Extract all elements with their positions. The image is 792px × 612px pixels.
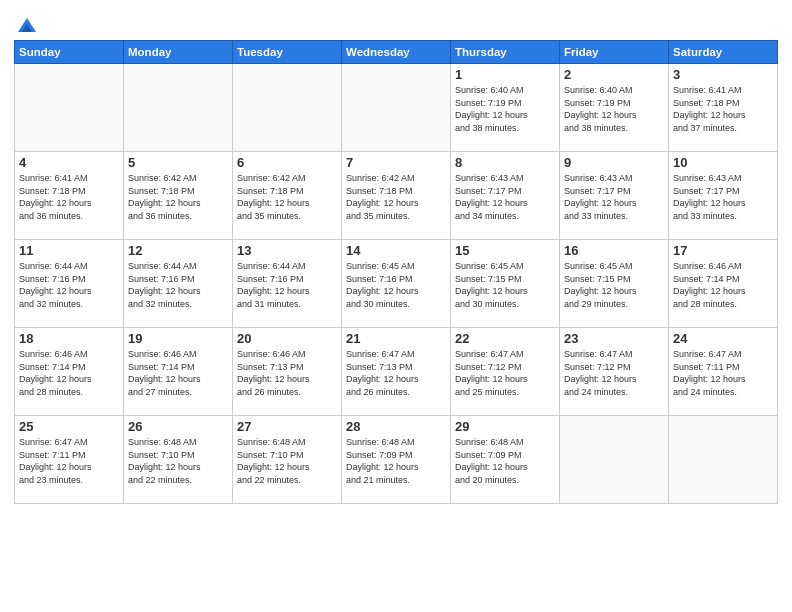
calendar-cell: 2Sunrise: 6:40 AM Sunset: 7:19 PM Daylig… [560, 64, 669, 152]
calendar-cell: 14Sunrise: 6:45 AM Sunset: 7:16 PM Dayli… [342, 240, 451, 328]
logo-icon [16, 14, 38, 36]
calendar-cell [15, 64, 124, 152]
day-info: Sunrise: 6:47 AM Sunset: 7:13 PM Dayligh… [346, 348, 446, 398]
day-info: Sunrise: 6:43 AM Sunset: 7:17 PM Dayligh… [455, 172, 555, 222]
header-monday: Monday [124, 41, 233, 64]
day-number: 19 [128, 331, 228, 346]
day-number: 27 [237, 419, 337, 434]
day-number: 11 [19, 243, 119, 258]
day-info: Sunrise: 6:42 AM Sunset: 7:18 PM Dayligh… [346, 172, 446, 222]
calendar-cell: 7Sunrise: 6:42 AM Sunset: 7:18 PM Daylig… [342, 152, 451, 240]
day-info: Sunrise: 6:46 AM Sunset: 7:13 PM Dayligh… [237, 348, 337, 398]
day-number: 1 [455, 67, 555, 82]
day-info: Sunrise: 6:48 AM Sunset: 7:09 PM Dayligh… [455, 436, 555, 486]
day-number: 9 [564, 155, 664, 170]
logo [14, 14, 38, 36]
calendar-cell: 15Sunrise: 6:45 AM Sunset: 7:15 PM Dayli… [451, 240, 560, 328]
day-info: Sunrise: 6:42 AM Sunset: 7:18 PM Dayligh… [237, 172, 337, 222]
day-number: 6 [237, 155, 337, 170]
header-wednesday: Wednesday [342, 41, 451, 64]
day-number: 18 [19, 331, 119, 346]
calendar-cell [560, 416, 669, 504]
day-info: Sunrise: 6:47 AM Sunset: 7:12 PM Dayligh… [564, 348, 664, 398]
week-row-2: 11Sunrise: 6:44 AM Sunset: 7:16 PM Dayli… [15, 240, 778, 328]
calendar-cell: 10Sunrise: 6:43 AM Sunset: 7:17 PM Dayli… [669, 152, 778, 240]
header-tuesday: Tuesday [233, 41, 342, 64]
calendar-cell [124, 64, 233, 152]
calendar-cell: 28Sunrise: 6:48 AM Sunset: 7:09 PM Dayli… [342, 416, 451, 504]
calendar-cell: 8Sunrise: 6:43 AM Sunset: 7:17 PM Daylig… [451, 152, 560, 240]
calendar: SundayMondayTuesdayWednesdayThursdayFrid… [14, 40, 778, 504]
day-info: Sunrise: 6:44 AM Sunset: 7:16 PM Dayligh… [19, 260, 119, 310]
calendar-cell: 9Sunrise: 6:43 AM Sunset: 7:17 PM Daylig… [560, 152, 669, 240]
calendar-cell [233, 64, 342, 152]
calendar-cell: 12Sunrise: 6:44 AM Sunset: 7:16 PM Dayli… [124, 240, 233, 328]
day-info: Sunrise: 6:47 AM Sunset: 7:11 PM Dayligh… [19, 436, 119, 486]
day-number: 23 [564, 331, 664, 346]
week-row-4: 25Sunrise: 6:47 AM Sunset: 7:11 PM Dayli… [15, 416, 778, 504]
week-row-0: 1Sunrise: 6:40 AM Sunset: 7:19 PM Daylig… [15, 64, 778, 152]
calendar-cell: 29Sunrise: 6:48 AM Sunset: 7:09 PM Dayli… [451, 416, 560, 504]
day-number: 7 [346, 155, 446, 170]
calendar-cell: 11Sunrise: 6:44 AM Sunset: 7:16 PM Dayli… [15, 240, 124, 328]
day-info: Sunrise: 6:40 AM Sunset: 7:19 PM Dayligh… [455, 84, 555, 134]
calendar-cell [669, 416, 778, 504]
week-row-1: 4Sunrise: 6:41 AM Sunset: 7:18 PM Daylig… [15, 152, 778, 240]
calendar-cell: 27Sunrise: 6:48 AM Sunset: 7:10 PM Dayli… [233, 416, 342, 504]
calendar-cell: 23Sunrise: 6:47 AM Sunset: 7:12 PM Dayli… [560, 328, 669, 416]
calendar-cell: 13Sunrise: 6:44 AM Sunset: 7:16 PM Dayli… [233, 240, 342, 328]
day-info: Sunrise: 6:42 AM Sunset: 7:18 PM Dayligh… [128, 172, 228, 222]
day-info: Sunrise: 6:45 AM Sunset: 7:15 PM Dayligh… [564, 260, 664, 310]
day-number: 22 [455, 331, 555, 346]
calendar-cell: 19Sunrise: 6:46 AM Sunset: 7:14 PM Dayli… [124, 328, 233, 416]
calendar-cell: 17Sunrise: 6:46 AM Sunset: 7:14 PM Dayli… [669, 240, 778, 328]
header-sunday: Sunday [15, 41, 124, 64]
day-info: Sunrise: 6:41 AM Sunset: 7:18 PM Dayligh… [19, 172, 119, 222]
calendar-cell: 5Sunrise: 6:42 AM Sunset: 7:18 PM Daylig… [124, 152, 233, 240]
calendar-cell: 1Sunrise: 6:40 AM Sunset: 7:19 PM Daylig… [451, 64, 560, 152]
day-info: Sunrise: 6:44 AM Sunset: 7:16 PM Dayligh… [128, 260, 228, 310]
day-info: Sunrise: 6:46 AM Sunset: 7:14 PM Dayligh… [128, 348, 228, 398]
day-number: 4 [19, 155, 119, 170]
calendar-cell: 4Sunrise: 6:41 AM Sunset: 7:18 PM Daylig… [15, 152, 124, 240]
day-info: Sunrise: 6:45 AM Sunset: 7:16 PM Dayligh… [346, 260, 446, 310]
calendar-cell: 18Sunrise: 6:46 AM Sunset: 7:14 PM Dayli… [15, 328, 124, 416]
day-info: Sunrise: 6:48 AM Sunset: 7:10 PM Dayligh… [128, 436, 228, 486]
header [14, 10, 778, 36]
day-number: 29 [455, 419, 555, 434]
day-info: Sunrise: 6:40 AM Sunset: 7:19 PM Dayligh… [564, 84, 664, 134]
calendar-cell: 6Sunrise: 6:42 AM Sunset: 7:18 PM Daylig… [233, 152, 342, 240]
day-number: 24 [673, 331, 773, 346]
calendar-cell: 21Sunrise: 6:47 AM Sunset: 7:13 PM Dayli… [342, 328, 451, 416]
day-info: Sunrise: 6:47 AM Sunset: 7:11 PM Dayligh… [673, 348, 773, 398]
day-info: Sunrise: 6:41 AM Sunset: 7:18 PM Dayligh… [673, 84, 773, 134]
day-info: Sunrise: 6:46 AM Sunset: 7:14 PM Dayligh… [673, 260, 773, 310]
calendar-cell: 20Sunrise: 6:46 AM Sunset: 7:13 PM Dayli… [233, 328, 342, 416]
calendar-cell: 26Sunrise: 6:48 AM Sunset: 7:10 PM Dayli… [124, 416, 233, 504]
day-number: 10 [673, 155, 773, 170]
day-number: 20 [237, 331, 337, 346]
header-saturday: Saturday [669, 41, 778, 64]
day-number: 28 [346, 419, 446, 434]
calendar-cell: 16Sunrise: 6:45 AM Sunset: 7:15 PM Dayli… [560, 240, 669, 328]
calendar-cell: 3Sunrise: 6:41 AM Sunset: 7:18 PM Daylig… [669, 64, 778, 152]
day-number: 3 [673, 67, 773, 82]
day-number: 15 [455, 243, 555, 258]
day-info: Sunrise: 6:44 AM Sunset: 7:16 PM Dayligh… [237, 260, 337, 310]
page: SundayMondayTuesdayWednesdayThursdayFrid… [0, 0, 792, 612]
day-info: Sunrise: 6:45 AM Sunset: 7:15 PM Dayligh… [455, 260, 555, 310]
day-number: 14 [346, 243, 446, 258]
day-info: Sunrise: 6:43 AM Sunset: 7:17 PM Dayligh… [564, 172, 664, 222]
calendar-header-row: SundayMondayTuesdayWednesdayThursdayFrid… [15, 41, 778, 64]
calendar-cell [342, 64, 451, 152]
day-number: 5 [128, 155, 228, 170]
day-number: 8 [455, 155, 555, 170]
day-info: Sunrise: 6:48 AM Sunset: 7:10 PM Dayligh… [237, 436, 337, 486]
header-friday: Friday [560, 41, 669, 64]
day-number: 21 [346, 331, 446, 346]
calendar-cell: 24Sunrise: 6:47 AM Sunset: 7:11 PM Dayli… [669, 328, 778, 416]
day-number: 17 [673, 243, 773, 258]
calendar-cell: 22Sunrise: 6:47 AM Sunset: 7:12 PM Dayli… [451, 328, 560, 416]
week-row-3: 18Sunrise: 6:46 AM Sunset: 7:14 PM Dayli… [15, 328, 778, 416]
day-number: 2 [564, 67, 664, 82]
